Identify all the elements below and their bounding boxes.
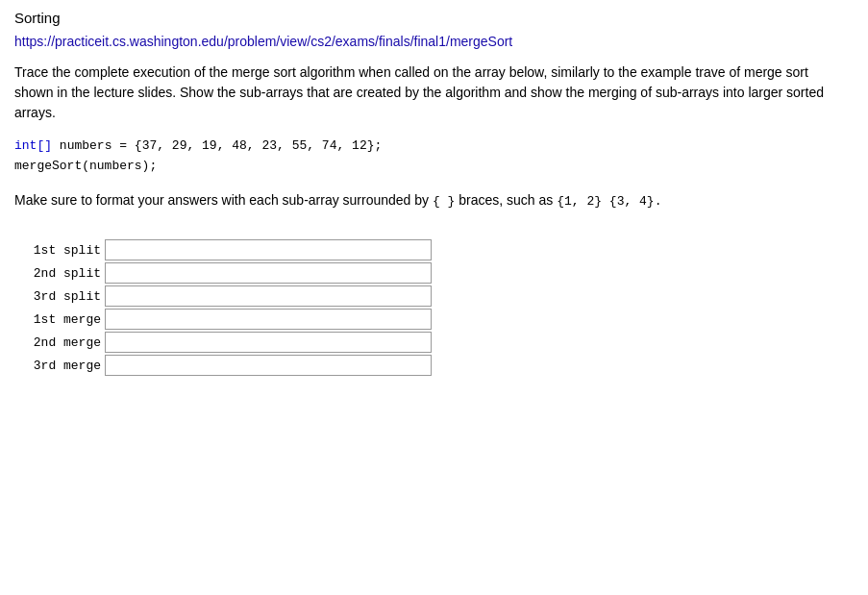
split-row-2: 2nd split [14,262,854,284]
split-input-1[interactable] [105,239,432,260]
split-input-3[interactable] [105,285,432,307]
merge-label-1: 1st merge [14,312,101,327]
problem-description: Trace the complete execution of the merg… [14,62,851,123]
format-note-example: {1, 2} {3, 4}. [557,194,661,209]
merge-input-3[interactable] [105,355,432,376]
problem-url[interactable]: https://practiceit.cs.washington.edu/pro… [14,34,854,49]
page-title: Sorting [14,10,854,26]
split-label-3: 3rd split [14,289,101,304]
format-note-braces: { } [433,194,455,209]
split-label-2: 2nd split [14,266,101,281]
format-note: Make sure to format your answers with ea… [14,190,851,211]
split-input-2[interactable] [105,262,432,284]
code-line-2: mergeSort(numbers); [14,157,854,177]
split-row-3: 3rd split [14,285,854,307]
format-note-part1: Make sure to format your answers with ea… [14,192,433,208]
merge-label-2: 2nd merge [14,335,101,350]
code-text: numbers = {37, 29, 19, 48, 23, 55, 74, 1… [60,138,382,153]
merge-input-2[interactable] [105,332,432,353]
merge-row-3: 3rd merge [14,355,854,376]
answer-form: 1st split 2nd split 3rd split 1st merge … [14,239,854,376]
merge-input-1[interactable] [105,309,432,330]
split-label-1: 1st split [14,243,101,258]
format-note-part2: braces, such as [455,192,557,208]
code-block: int[] numbers = {37, 29, 19, 48, 23, 55,… [14,136,854,177]
merge-row-2: 2nd merge [14,332,854,353]
code-line-1: int[] numbers = {37, 29, 19, 48, 23, 55,… [14,136,854,157]
merge-row-1: 1st merge [14,309,854,330]
split-row-1: 1st split [14,239,854,260]
merge-label-3: 3rd merge [14,359,101,373]
code-keyword: int[] [14,138,52,153]
